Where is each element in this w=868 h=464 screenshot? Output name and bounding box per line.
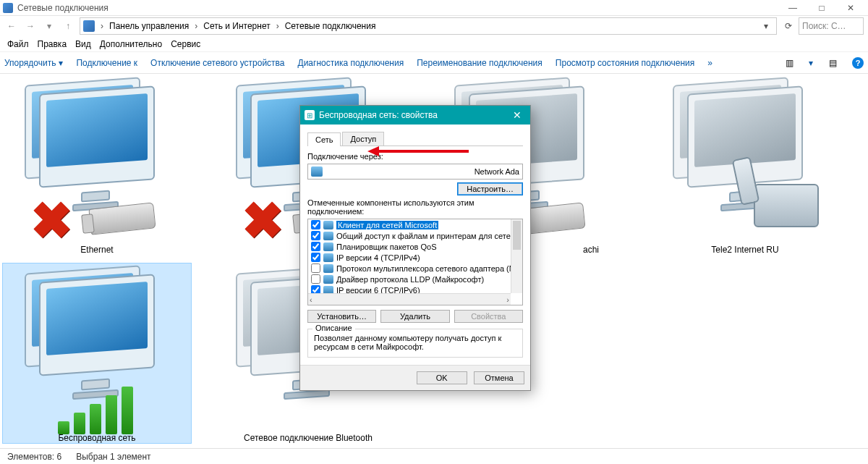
- component-icon: [323, 232, 333, 240]
- modem-icon: [754, 184, 819, 227]
- component-icon: [323, 242, 333, 251]
- tab-network[interactable]: Сеть: [307, 132, 341, 146]
- dialog-tabs: Сеть Доступ: [307, 132, 523, 146]
- chevron-right-icon[interactable]: ›: [193, 21, 199, 31]
- component-item[interactable]: Клиент для сетей Microsoft: [308, 219, 522, 230]
- preview-pane-icon[interactable]: ▤: [826, 56, 839, 69]
- search-input[interactable]: Поиск: С…: [799, 17, 864, 35]
- ok-button[interactable]: OK: [417, 371, 467, 384]
- properties-dialog: ⊞ Беспроводная сеть: свойства ✕ Сеть Дос…: [299, 105, 531, 391]
- location-icon: [83, 20, 95, 32]
- adapter-name: Network Ada: [475, 167, 519, 176]
- tb-more[interactable]: »: [707, 58, 712, 68]
- component-icon: [323, 221, 333, 229]
- uninstall-button[interactable]: Удалить: [380, 310, 449, 323]
- component-checkbox[interactable]: [311, 253, 320, 262]
- menu-bar: Файл Правка Вид Дополнительно Сервис: [0, 36, 868, 52]
- component-checkbox[interactable]: [311, 242, 320, 251]
- component-item[interactable]: Общий доступ к файлам и принтерам для се…: [308, 230, 522, 241]
- dialog-close-button[interactable]: ✕: [509, 109, 526, 121]
- vertical-scrollbar[interactable]: [511, 219, 522, 293]
- components-listbox[interactable]: Клиент для сетей MicrosoftОбщий доступ к…: [307, 219, 523, 305]
- tb-diagnose[interactable]: Диагностика подключения: [298, 58, 404, 68]
- component-icon: [323, 264, 333, 273]
- connection-tele2[interactable]: Tele2 Internet RU: [651, 75, 839, 255]
- status-item-count: Элементов: 6: [7, 452, 61, 462]
- minimize-button[interactable]: ―: [778, 0, 807, 16]
- status-bar: Элементов: 6 Выбран 1 элемент: [0, 448, 868, 464]
- adapter-icon: [311, 166, 323, 177]
- status-selection: Выбран 1 элемент: [76, 452, 150, 462]
- component-icon: [323, 253, 333, 262]
- crumb-control-panel[interactable]: Панель управления: [106, 21, 192, 31]
- component-label: Протокол мультиплексора сетевого адаптер…: [336, 264, 520, 273]
- menu-tools[interactable]: Сервис: [171, 39, 200, 49]
- component-icon: [323, 275, 333, 284]
- tb-disable[interactable]: Отключение сетевого устройства: [150, 58, 284, 68]
- history-dropdown-icon[interactable]: ▾: [759, 19, 773, 33]
- component-item[interactable]: Драйвер протокола LLDP (Майкрософт): [308, 274, 522, 284]
- component-checkbox[interactable]: [311, 231, 320, 240]
- component-checkbox[interactable]: [311, 220, 320, 229]
- chevron-right-icon[interactable]: ›: [99, 21, 105, 31]
- help-icon[interactable]: ?: [852, 57, 864, 69]
- component-label: Клиент для сетей Microsoft: [336, 221, 438, 229]
- refresh-button[interactable]: ⟳: [781, 19, 796, 33]
- app-icon: [3, 3, 13, 13]
- menu-view[interactable]: Вид: [75, 39, 91, 49]
- description-text: Позволяет данному компьютеру получать до…: [314, 334, 516, 351]
- toolbar: Упорядочить▾ Подключение к Отключение се…: [0, 52, 868, 74]
- tb-status[interactable]: Просмотр состояния подключения: [556, 58, 694, 68]
- component-item[interactable]: Планировщик пакетов QoS: [308, 241, 522, 252]
- nav-recent-button[interactable]: ▾: [42, 19, 56, 33]
- component-label: IP версии 4 (TCP/IPv4): [336, 253, 420, 262]
- chevron-down-icon: ▾: [59, 58, 63, 68]
- horizontal-scrollbar[interactable]: ‹›: [308, 293, 511, 305]
- dialog-titlebar[interactable]: ⊞ Беспроводная сеть: свойства ✕: [300, 106, 530, 125]
- wifi-signal-icon: [58, 387, 133, 434]
- connection-ethernet[interactable]: ✖ Ethernet: [3, 75, 191, 255]
- menu-advanced[interactable]: Дополнительно: [100, 39, 162, 49]
- tb-rename[interactable]: Переименование подключения: [417, 58, 542, 68]
- close-button[interactable]: ✕: [836, 0, 865, 16]
- menu-file[interactable]: Файл: [7, 39, 29, 49]
- components-label: Отмеченные компоненты используются этим …: [307, 198, 523, 216]
- disconnected-x-icon: ✖: [242, 191, 284, 250]
- install-button[interactable]: Установить…: [307, 310, 376, 323]
- properties-button[interactable]: Свойства: [454, 310, 523, 323]
- description-legend: Описание: [312, 324, 355, 332]
- component-label: Драйвер протокола LLDP (Майкрософт): [336, 275, 484, 284]
- component-item[interactable]: IP версии 4 (TCP/IPv4): [308, 252, 522, 263]
- component-item[interactable]: Протокол мультиплексора сетевого адаптер…: [308, 263, 522, 274]
- nav-up-button[interactable]: ↑: [61, 19, 75, 33]
- crumb-network-connections[interactable]: Сетевые подключения: [282, 21, 379, 31]
- chevron-down-icon[interactable]: ▾: [809, 58, 813, 68]
- breadcrumb[interactable]: › Панель управления › Сеть и Интернет › …: [80, 17, 777, 35]
- configure-button[interactable]: Настроить…: [457, 182, 523, 195]
- nav-forward-button[interactable]: →: [23, 19, 38, 33]
- tb-organize[interactable]: Упорядочить▾: [4, 58, 63, 68]
- component-checkbox[interactable]: [311, 263, 320, 273]
- adapter-field[interactable]: Network Ada: [307, 164, 523, 180]
- cancel-button[interactable]: Отмена: [474, 371, 524, 384]
- disconnected-x-icon: ✖: [30, 191, 73, 250]
- tb-connect[interactable]: Подключение к: [76, 58, 137, 68]
- nav-back-button[interactable]: ←: [4, 19, 19, 33]
- address-bar: ← → ▾ ↑ › Панель управления › Сеть и Инт…: [0, 16, 868, 36]
- connection-wireless[interactable]: Беспроводная сеть: [3, 263, 191, 443]
- menu-edit[interactable]: Правка: [38, 39, 67, 49]
- maximize-button[interactable]: □: [807, 0, 836, 16]
- window-title: Сетевые подключения: [17, 3, 778, 13]
- view-layout-icon[interactable]: ▥: [783, 56, 796, 69]
- dialog-icon: ⊞: [305, 110, 315, 120]
- dialog-footer: OK Отмена: [300, 365, 530, 390]
- component-checkbox[interactable]: [311, 274, 320, 284]
- tab-sharing[interactable]: Доступ: [342, 132, 384, 145]
- component-label: Планировщик пакетов QoS: [336, 242, 437, 251]
- component-label: Общий доступ к файлам и принтерам для се…: [336, 232, 523, 240]
- crumb-network-internet[interactable]: Сеть и Интернет: [200, 21, 273, 31]
- window-titlebar: Сетевые подключения ― □ ✕: [0, 0, 868, 16]
- description-group: Описание Позволяет данному компьютеру по…: [307, 329, 523, 358]
- chevron-right-icon[interactable]: ›: [275, 21, 281, 31]
- dialog-title: Беспроводная сеть: свойства: [319, 110, 438, 120]
